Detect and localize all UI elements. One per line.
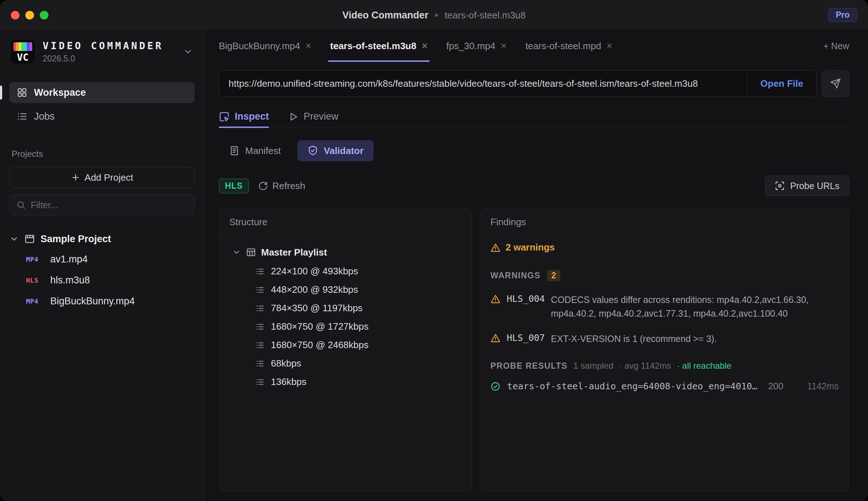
rendition-label: 784×350 @ 1197kbps xyxy=(271,303,363,314)
rendition-node[interactable]: 1680×750 @ 1727kbps xyxy=(228,317,463,336)
format-badge: HLS xyxy=(26,277,44,284)
minimize-window-button[interactable] xyxy=(25,11,34,20)
validator-mode-button[interactable]: Validator xyxy=(297,140,374,161)
tree-item-file[interactable]: HLS hls.m3u8 xyxy=(9,270,195,291)
probe-results-header: PROBE RESULTS 1 sampled · avg 1142ms · a… xyxy=(490,361,839,371)
tab-label: tears-of-steel.m3u8 xyxy=(330,40,416,52)
mode-label: Manifest xyxy=(245,145,281,157)
filter-input[interactable] xyxy=(31,200,188,210)
sidebar-item-workspace[interactable]: Workspace xyxy=(9,82,195,103)
warning-icon xyxy=(490,332,501,343)
search-icon xyxy=(16,200,26,210)
probe-urls-label: Probe URLs xyxy=(790,181,839,191)
projects-heading: Projects xyxy=(9,149,195,159)
add-project-button[interactable]: Add Project xyxy=(9,167,195,188)
jobs-icon xyxy=(17,111,27,122)
inspect-icon xyxy=(219,111,230,122)
logo-color-bars xyxy=(13,42,32,51)
titlebar: Video Commander tears-of-steel.m3u8 Pro xyxy=(0,0,868,30)
close-icon[interactable]: × xyxy=(306,40,311,52)
view-tab-label: Preview xyxy=(304,111,339,122)
protocol-badge: HLS xyxy=(219,179,249,193)
rendition-label: 136kbps xyxy=(271,376,306,387)
tree-item-file[interactable]: MP4 av1.mp4 xyxy=(9,249,195,270)
window-subtitle: tears-of-steel.m3u8 xyxy=(445,9,526,21)
master-playlist-node[interactable]: Master Playlist xyxy=(228,243,463,262)
separator-dot xyxy=(435,13,438,17)
rendition-node[interactable]: 1680×750 @ 2468kbps xyxy=(228,336,463,354)
warnings-summary-text: 2 warnings xyxy=(506,242,555,253)
tree-item-sample-project[interactable]: Sample Project xyxy=(9,229,195,249)
warning-icon xyxy=(490,243,501,253)
probe-result-row[interactable]: tears-of-steel-audio_eng=64008-video_eng… xyxy=(490,381,839,391)
tab-bigbuckbunny[interactable]: BigBuckBunny.mp4 × xyxy=(219,30,311,62)
app-identity: VIDEO COMMANDER 2026.5.0 xyxy=(43,40,163,64)
url-input[interactable] xyxy=(219,70,747,97)
clapperboard-icon xyxy=(24,234,35,244)
warnings-header: WARNINGS 2 xyxy=(490,270,839,281)
new-tab-button[interactable]: + New xyxy=(823,41,849,51)
open-file-button[interactable]: Open File xyxy=(747,70,816,97)
probe-url: tears-of-steel-audio_eng=64008-video_eng… xyxy=(507,381,762,391)
app-window: Video Commander tears-of-steel.m3u8 Pro … xyxy=(0,0,868,501)
rendition-node[interactable]: 448×200 @ 932kbps xyxy=(228,281,463,299)
format-badge: MP4 xyxy=(26,256,44,263)
chevron-down-icon xyxy=(9,234,19,244)
warnings-count-badge: 2 xyxy=(547,270,561,281)
chevron-down-icon[interactable] xyxy=(183,47,193,57)
rendition-node[interactable]: 224×100 @ 493kbps xyxy=(228,262,463,281)
refresh-button[interactable]: Refresh xyxy=(258,180,305,192)
probe-urls-button[interactable]: Probe URLs xyxy=(765,176,849,196)
logo-text: VC xyxy=(11,52,35,63)
content: VC VIDEO COMMANDER 2026.5.0 Workspace Jo… xyxy=(0,30,868,501)
tab-fps30[interactable]: fps_30.mp4 × xyxy=(446,30,507,62)
tab-tears-of-steel-m3u8[interactable]: tears-of-steel.m3u8 × xyxy=(330,30,427,62)
rendition-node[interactable]: 136kbps xyxy=(228,373,463,391)
nav-label: Jobs xyxy=(34,111,55,122)
mode-label: Validator xyxy=(324,145,363,157)
validator-panels: Structure Master Playlist 224×100 @ 493k… xyxy=(219,209,849,492)
project-name: Sample Project xyxy=(41,234,111,245)
zoom-window-button[interactable] xyxy=(40,11,48,20)
close-icon[interactable]: × xyxy=(607,40,612,52)
structure-panel-title: Structure xyxy=(219,209,472,235)
findings-panel: Findings 2 warnings WARNINGS 2 xyxy=(480,209,849,492)
tree-item-file[interactable]: MP4 BigBuckBunny.mp4 xyxy=(9,291,195,312)
submit-url-button[interactable] xyxy=(822,70,849,97)
structure-tree: Master Playlist 224×100 @ 493kbps 448×20… xyxy=(219,235,472,398)
pro-badge[interactable]: Pro xyxy=(828,8,857,22)
document-tabstrip: BigBuckBunny.mp4 × tears-of-steel.m3u8 ×… xyxy=(219,30,849,62)
app-logo: VC xyxy=(11,40,35,64)
rendition-label: 68kbps xyxy=(271,358,301,369)
rendition-label: 1680×750 @ 2468kbps xyxy=(271,339,369,351)
workspace-icon xyxy=(17,87,27,98)
findings-content: WARNINGS 2 HLS_004 CODECS values differ … xyxy=(480,260,849,391)
tab-inspect[interactable]: Inspect xyxy=(219,106,269,128)
app-switcher[interactable]: VC VIDEO COMMANDER 2026.5.0 xyxy=(0,30,204,73)
warning-message: EXT-X-VERSION is 1 (recommend >= 3). xyxy=(551,332,716,346)
file-name: BigBuckBunny.mp4 xyxy=(50,296,135,307)
manifest-mode-button[interactable]: Manifest xyxy=(219,140,291,161)
validator-toolbar: HLS Refresh Probe URLs xyxy=(219,176,849,196)
close-window-button[interactable] xyxy=(11,11,20,20)
window-controls xyxy=(11,11,48,20)
tab-label: BigBuckBunny.mp4 xyxy=(219,40,300,52)
warning-icon xyxy=(490,293,501,304)
send-icon xyxy=(830,78,841,89)
close-icon[interactable]: × xyxy=(422,40,427,52)
tab-label: fps_30.mp4 xyxy=(446,40,495,52)
close-icon[interactable]: × xyxy=(501,40,507,52)
warnings-heading: WARNINGS xyxy=(490,271,541,281)
sidebar-item-jobs[interactable]: Jobs xyxy=(9,106,195,127)
tab-tears-of-steel-mpd[interactable]: tears-of-steel.mpd × xyxy=(526,30,612,62)
main-area: BigBuckBunny.mp4 × tears-of-steel.m3u8 ×… xyxy=(204,30,868,501)
play-icon xyxy=(288,111,299,122)
nav-label: Workspace xyxy=(34,87,86,98)
rendition-node[interactable]: 68kbps xyxy=(228,354,463,373)
projects-section: Projects Add Project xyxy=(0,138,204,219)
probe-reachable: · all reachable xyxy=(677,361,732,371)
tab-preview[interactable]: Preview xyxy=(288,106,339,128)
refresh-label: Refresh xyxy=(272,180,305,192)
rendition-node[interactable]: 784×350 @ 1197kbps xyxy=(228,299,463,317)
probe-results-heading: PROBE RESULTS xyxy=(490,361,567,371)
